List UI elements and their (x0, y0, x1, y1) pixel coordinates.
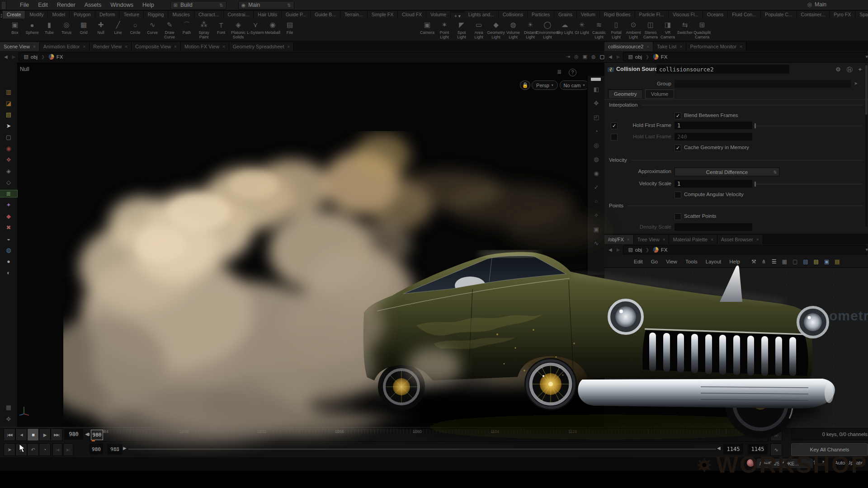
view-option-icon[interactable]: ◎ (588, 142, 604, 149)
shelf-tab[interactable]: Simple FX (368, 11, 398, 19)
viewport-tool-icon[interactable]: ▢ (0, 134, 17, 141)
folder-tab-geometry[interactable]: Geometry (608, 89, 643, 98)
shelf-tool[interactable]: ⇆ Switcher (676, 19, 693, 39)
viewport-tool-icon[interactable]: ✥ (0, 416, 17, 422)
viewport-tool-icon[interactable]: ● (0, 258, 17, 265)
hold-first-frame-field[interactable]: 1 (675, 122, 752, 129)
menu-item[interactable]: Windows (106, 2, 138, 8)
view-option-icon[interactable]: ◔ (588, 128, 604, 135)
menu-item[interactable]: Render (52, 2, 80, 8)
viewport-tool-icon[interactable]: ✦ (0, 202, 17, 208)
shelf-tab[interactable]: Guide P... (282, 11, 311, 19)
node-tree-icon[interactable]: ⋔ (762, 258, 766, 265)
set-keyframe-icon[interactable]: ➤ (4, 443, 15, 456)
grid-layout-icon[interactable]: ▦ (782, 258, 787, 265)
shelf-tool[interactable]: ∿ Curve (144, 19, 161, 39)
close-tab-icon[interactable]: × (646, 44, 649, 49)
viewport-tool-icon[interactable]: ◇ (0, 179, 17, 186)
shelf-tool[interactable]: ✶ Point Light (436, 19, 453, 39)
shelf-tab[interactable]: Volume (426, 11, 451, 19)
viewport-layout-icon[interactable]: ▣ (583, 54, 587, 60)
pane-tab[interactable]: Tree View× (634, 235, 670, 244)
viewport-tool-icon[interactable]: ▥ (0, 89, 17, 95)
pane-tab[interactable]: collisionsource2× (604, 42, 653, 51)
step-frame-icon[interactable]: ▶| (63, 443, 73, 456)
view-option-icon[interactable]: ✓ (588, 184, 604, 191)
list-icon[interactable]: ☰ (772, 258, 777, 265)
menu-item[interactable]: View (662, 259, 681, 264)
blend-between-frames-checkbox[interactable]: ✓ (675, 113, 681, 119)
close-tab-icon[interactable]: × (125, 44, 127, 49)
snapshot-icon[interactable]: ◍ (591, 54, 596, 60)
shelf-add-tab-button[interactable]: + ▾ (451, 13, 464, 19)
wrench-icon[interactable]: ⚒ (751, 258, 756, 265)
menu-item[interactable]: Help (138, 2, 159, 8)
shelf-tab[interactable]: Fluid Con... (728, 11, 761, 19)
pane-tab[interactable]: Geometry Spreadsheet× (229, 42, 294, 51)
shelf-tool[interactable]: ◤ Spot Light (453, 19, 470, 39)
forward-icon[interactable]: ▶ (11, 54, 17, 59)
viewport-tool-icon[interactable]: ≣ (0, 190, 17, 197)
forward-icon[interactable]: ▶ (615, 54, 622, 59)
shelf-tab[interactable]: Lights and... (464, 11, 499, 19)
view-option-icon[interactable]: ◰ (588, 114, 604, 121)
close-tab-icon[interactable]: × (174, 44, 177, 49)
back-icon[interactable]: ◀ (3, 54, 9, 59)
radial-menu-selector[interactable]: ◎ Main (807, 1, 827, 8)
folder-tab-volume[interactable]: Volume (645, 89, 674, 99)
viewport-tool-icon[interactable]: ➤ (0, 122, 17, 129)
shelf-tab[interactable]: Polygon (70, 11, 95, 19)
search-icon[interactable]: ⌖ (859, 66, 862, 74)
section-interpolation[interactable]: Interpolation (609, 102, 863, 108)
stow-panel-icon[interactable]: ▢ (600, 54, 604, 60)
radial-menu-icon[interactable]: ◎ (574, 54, 579, 60)
current-frame-field[interactable]: 980 (64, 429, 83, 440)
shelf-tab[interactable]: Cloud FX (398, 11, 426, 19)
folder-icon[interactable]: ▤ (835, 258, 840, 265)
audio-icon[interactable]: ♫ (15, 443, 27, 456)
pane-tab[interactable]: /obj/FX× (604, 235, 634, 244)
gear-icon[interactable]: ⚙ (835, 66, 841, 74)
viewport-tool-icon[interactable]: ◍ (0, 247, 17, 253)
shelf-tool[interactable]: ▭ Area Light (470, 19, 487, 39)
node-name-field[interactable]: collisionsource2 (656, 65, 789, 74)
viewport-tool-icon[interactable]: ❖ (0, 156, 17, 163)
undo-icon[interactable]: ↶ (27, 443, 39, 456)
view-option-icon[interactable]: ✧ (588, 212, 604, 219)
viewport-tool-icon[interactable]: ◉ (0, 145, 17, 152)
shelf-tab[interactable]: Muscles (168, 11, 194, 19)
approximation-dropdown[interactable]: Central Difference⇅ (675, 168, 779, 176)
play-backward-button[interactable]: ◀ (15, 428, 27, 441)
shelf-tool[interactable]: ≋ Caustic Light (590, 19, 608, 39)
close-tab-icon[interactable]: × (756, 237, 759, 242)
viewport-tool-icon[interactable]: ✖ (0, 224, 17, 231)
close-tab-icon[interactable]: × (222, 44, 225, 49)
shelf-tool[interactable]: ● Sphere (24, 19, 41, 39)
step-frame-icon[interactable]: |◀ (52, 443, 62, 456)
global-end-field[interactable]: 1145 (748, 444, 768, 455)
menu-item[interactable]: Assets (80, 2, 106, 8)
scatter-points-checkbox[interactable] (675, 213, 681, 220)
view-option-icon[interactable]: ○ (588, 198, 604, 205)
display-options-icon[interactable]: ≣ (557, 69, 561, 76)
pane-tab[interactable]: Take List× (653, 42, 686, 51)
refresh-icon[interactable]: ↻ (822, 460, 826, 466)
velocity-scale-field[interactable]: 1 (675, 180, 752, 188)
scrollbar[interactable] (865, 64, 868, 227)
key-icon[interactable]: ⚿ (770, 428, 782, 441)
shelf-tool[interactable]: ▮ Tube (41, 19, 58, 39)
density-scale-field[interactable] (675, 223, 752, 231)
shelf-tab[interactable]: Oceans (703, 11, 728, 19)
shelf-tab[interactable]: Collisions (499, 11, 528, 19)
section-points[interactable]: Points (609, 203, 863, 208)
view-option-icon[interactable]: ✥ (588, 100, 604, 107)
pane-tab[interactable]: Motion FX View× (181, 42, 229, 51)
shelf-tab[interactable]: Container... (797, 11, 830, 19)
viewport-3d[interactable]: ⌕ Null ≣ ? 🔒 Persp▾ No cam▾ ▥◪▤➤▢◉❖◈◇≣✦◆… (0, 62, 604, 427)
compute-angular-velocity-checkbox[interactable] (675, 192, 681, 198)
shelf-tool[interactable]: ☁ Sky Light (556, 19, 573, 39)
cook-node-path-field[interactable]: /obj/FX/SMOKE... (757, 459, 813, 468)
path-field[interactable]: ▧obj ❯ FX (623, 245, 867, 254)
range-end-field[interactable]: 1145 (723, 444, 743, 455)
shelf-tool[interactable]: ✳ GI Light (573, 19, 590, 39)
